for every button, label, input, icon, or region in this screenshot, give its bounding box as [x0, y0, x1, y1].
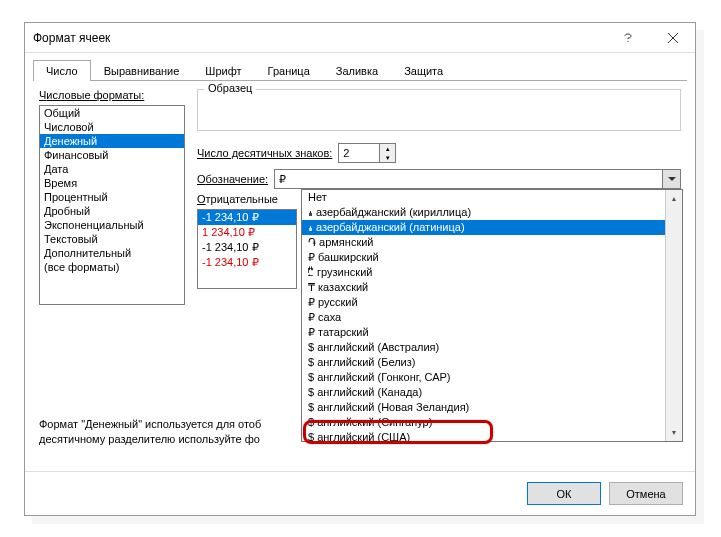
number-formats-label: Числовые форматы: [39, 89, 144, 101]
tab-шрифт[interactable]: Шрифт [192, 60, 254, 81]
negatives-list[interactable]: -1 234,10 ₽1 234,10 ₽-1 234,10 ₽-1 234,1… [197, 209, 297, 289]
close-button[interactable] [650, 23, 695, 53]
dropdown-item[interactable]: Нет [302, 190, 665, 205]
negative-item[interactable]: -1 234,10 ₽ [198, 210, 296, 225]
tab-выравнивание[interactable]: Выравнивание [91, 60, 193, 81]
negatives-label: Отрицательные [197, 193, 278, 205]
dropdown-item[interactable]: ₼ азербайджанский (кириллица) [302, 205, 665, 220]
format-item[interactable]: Числовой [40, 120, 184, 134]
dropdown-item[interactable]: ֏ армянский [302, 235, 665, 250]
scroll-down-button[interactable]: ▼ [666, 424, 682, 441]
tab-защита[interactable]: Защита [391, 60, 456, 81]
tab-граница[interactable]: Граница [255, 60, 323, 81]
scroll-up-button[interactable]: ▲ [666, 190, 682, 207]
dropdown-item[interactable]: ₽ татарский [302, 325, 665, 340]
decimals-label: Число десятичных знаков: [197, 147, 332, 159]
titlebar: Формат ячеек [25, 23, 695, 53]
format-item[interactable]: Текстовый [40, 232, 184, 246]
format-item[interactable]: (все форматы) [40, 260, 184, 274]
decimals-input[interactable] [339, 144, 379, 162]
dropdown-item[interactable]: $ английский (Новая Зеландия) [302, 400, 665, 415]
symbol-input[interactable] [275, 170, 662, 188]
format-item[interactable]: Общий [40, 106, 184, 120]
format-item[interactable]: Денежный [40, 134, 184, 148]
symbol-dropdown-list[interactable]: Нет₼ азербайджанский (кириллица)₼ азерба… [301, 189, 683, 442]
decimals-spinner[interactable]: ▲ ▼ [338, 143, 396, 163]
ok-button[interactable]: ОК [527, 482, 601, 505]
number-formats-list[interactable]: ОбщийЧисловойДенежныйФинансовыйДатаВремя… [39, 105, 185, 305]
symbol-label: Обозначение: [197, 173, 268, 185]
negative-item[interactable]: -1 234,10 ₽ [198, 255, 296, 270]
dropdown-item[interactable]: $ английский (Белиз) [302, 355, 665, 370]
dropdown-item[interactable]: ₽ русский [302, 295, 665, 310]
format-cells-dialog: Формат ячеек ЧислоВыравниваниеШрифтГрани… [24, 22, 696, 516]
format-item[interactable]: Время [40, 176, 184, 190]
window-title: Формат ячеек [25, 31, 110, 45]
dialog-footer: ОК Отмена [25, 471, 695, 515]
negative-item[interactable]: 1 234,10 ₽ [198, 225, 296, 240]
sample-legend: Образец [204, 82, 256, 94]
scroll-track[interactable] [666, 207, 682, 424]
help-button[interactable] [605, 23, 650, 53]
dropdown-item[interactable]: ₾ грузинский [302, 265, 665, 280]
dropdown-item[interactable]: $ английский (Канада) [302, 385, 665, 400]
symbol-row: Обозначение: [197, 169, 681, 189]
sample-group: Образец [197, 89, 681, 131]
decimals-row: Число десятичных знаков: ▲ ▼ [197, 143, 396, 163]
dialog-body: Числовые форматы: ОбщийЧисловойДенежныйФ… [33, 85, 687, 471]
format-item[interactable]: Процентный [40, 190, 184, 204]
format-item[interactable]: Дата [40, 162, 184, 176]
format-item[interactable]: Дробный [40, 204, 184, 218]
symbol-combobox[interactable] [274, 169, 681, 189]
dropdown-item[interactable]: $ английский (Австралия) [302, 340, 665, 355]
decimals-up[interactable]: ▲ [380, 144, 395, 153]
tab-число[interactable]: Число [33, 60, 91, 81]
dropdown-item[interactable]: ₸ казахский [302, 280, 665, 295]
dropdown-item[interactable]: ₽ башкирский [302, 250, 665, 265]
negative-item[interactable]: -1 234,10 ₽ [198, 240, 296, 255]
tab-strip: ЧислоВыравниваниеШрифтГраницаЗаливкаЗащи… [33, 59, 687, 81]
hint-text: Формат "Денежный" используется для отоб … [39, 417, 397, 448]
decimals-down[interactable]: ▼ [380, 153, 395, 162]
tab-заливка[interactable]: Заливка [323, 60, 391, 81]
cancel-button[interactable]: Отмена [609, 482, 683, 505]
format-item[interactable]: Экспоненциальный [40, 218, 184, 232]
dropdown-scrollbar[interactable]: ▲ ▼ [665, 190, 682, 441]
dropdown-item[interactable]: ₼ азербайджанский (латиница) [302, 220, 665, 235]
format-item[interactable]: Финансовый [40, 148, 184, 162]
format-item[interactable]: Дополнительный [40, 246, 184, 260]
dropdown-item[interactable]: ₽ саха [302, 310, 665, 325]
dropdown-item[interactable]: $ английский (Гонконг, САР) [302, 370, 665, 385]
symbol-dropdown-button[interactable] [662, 170, 680, 188]
